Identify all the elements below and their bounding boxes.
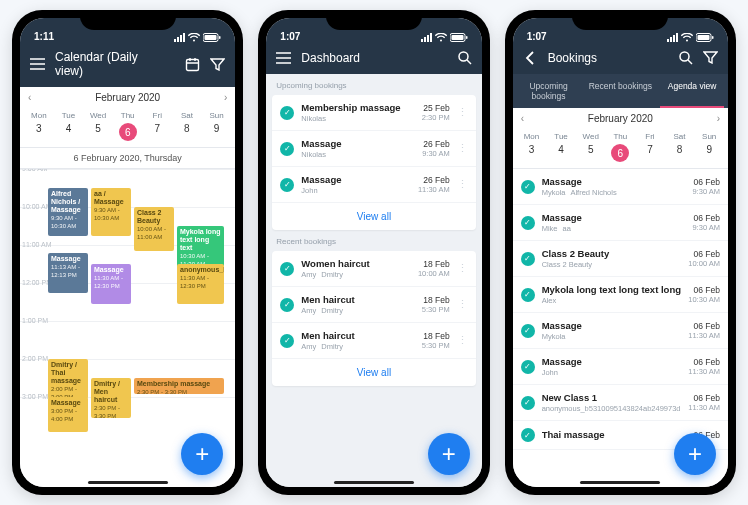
home-indicator: [334, 481, 414, 484]
svg-rect-9: [697, 35, 709, 40]
menu-icon[interactable]: [276, 50, 291, 65]
search-icon[interactable]: [678, 50, 693, 65]
booking-row[interactable]: ✓ MassageJohn 26 Feb11:30 AM ⋮: [272, 167, 475, 203]
filter-icon[interactable]: [210, 57, 225, 72]
battery-icon: [203, 33, 221, 42]
check-icon: ✓: [521, 428, 535, 442]
booking-row[interactable]: ✓MassageMikeaa06 Feb9:30 AM: [513, 205, 728, 241]
svg-rect-6: [466, 36, 468, 39]
month-label: February 2020: [588, 113, 653, 124]
more-icon[interactable]: ⋮: [457, 263, 468, 274]
view-all-link[interactable]: View all: [272, 359, 475, 386]
check-icon: ✓: [521, 396, 535, 410]
page-title: Dashboard: [301, 51, 360, 65]
prev-month-icon[interactable]: ‹: [28, 92, 31, 103]
calendar-event[interactable]: Massage11:30 AM - 12:30 PM: [91, 264, 131, 304]
menu-icon[interactable]: [30, 57, 45, 72]
signal-icon: [667, 33, 678, 42]
calendar-event[interactable]: Dmitry / Men haircut2:30 PM - 3:30 PM: [91, 378, 131, 418]
clock: 1:07: [527, 31, 547, 42]
battery-icon: [696, 33, 714, 42]
month-selector: ‹ February 2020 ›: [20, 87, 235, 108]
weekday-header: Mon3 Tue4 Wed5 Thu6 Fri7 Sat8 Sun9: [20, 108, 235, 148]
clock: 1:11: [34, 31, 54, 42]
back-icon[interactable]: [523, 50, 538, 65]
more-icon[interactable]: ⋮: [457, 143, 468, 154]
svg-rect-2: [219, 36, 221, 39]
svg-rect-10: [712, 36, 714, 39]
calendar-event[interactable]: Class 2 Beauty10:00 AM - 11:00 AM: [134, 207, 174, 251]
next-month-icon[interactable]: ›: [224, 92, 227, 103]
weekday-header: Mon3 Tue4 Wed5 Thu6 Fri7 Sat8 Sun9: [513, 129, 728, 169]
recent-card: ✓ Women haircutAmyDmitry 18 Feb10:00 AM …: [272, 251, 475, 386]
selected-date-label: 6 February 2020, Thursday: [20, 148, 235, 169]
prev-month-icon[interactable]: ‹: [521, 113, 524, 124]
home-indicator: [88, 481, 168, 484]
wifi-icon: [681, 33, 693, 42]
check-icon: ✓: [521, 180, 535, 194]
more-icon[interactable]: ⋮: [457, 107, 468, 118]
tab-upcoming[interactable]: Upcoming bookings: [513, 74, 585, 108]
phone-bookings: 1:07 Bookings Upcoming bookings Recent b…: [505, 10, 736, 495]
more-icon[interactable]: ⋮: [457, 179, 468, 190]
more-icon[interactable]: ⋮: [457, 299, 468, 310]
title-bar: Dashboard: [266, 44, 481, 74]
next-month-icon[interactable]: ›: [717, 113, 720, 124]
upcoming-card: ✓ Membership massageNikolas 25 Feb2:30 P…: [272, 95, 475, 230]
title-bar: Bookings: [513, 44, 728, 74]
signal-icon: [421, 33, 432, 42]
booking-row[interactable]: ✓ MassageNikolas 26 Feb9:30 AM ⋮: [272, 131, 475, 167]
phone-calendar: 1:11 Calendar (Daily view): [12, 10, 243, 495]
booking-row[interactable]: ✓MassageJohn06 Feb11:30 AM: [513, 349, 728, 385]
filter-icon[interactable]: [703, 50, 718, 65]
battery-icon: [450, 33, 468, 42]
svg-rect-1: [205, 35, 217, 40]
booking-row[interactable]: ✓MassageMykolaAlfred Nichols06 Feb9:30 A…: [513, 169, 728, 205]
wifi-icon: [435, 33, 447, 42]
calendar-event[interactable]: Massage3:00 PM - 4:00 PM: [48, 397, 88, 432]
calendar-event[interactable]: anonymous_b53100951411:30 AM - 12:30 PM: [177, 264, 224, 304]
booking-row[interactable]: ✓ Men haircutAmyDmitry 18 Feb5:30 PM ⋮: [272, 287, 475, 323]
booking-row[interactable]: ✓MassageMykola06 Feb11:30 AM: [513, 313, 728, 349]
add-button[interactable]: +: [428, 433, 470, 475]
calendar-event[interactable]: Membership massage 2:30 PM - 3:30 PM: [134, 378, 224, 394]
page-title: Calendar (Daily view): [55, 50, 165, 78]
booking-row[interactable]: ✓Class 2 BeautyClass 2 Beauty06 Feb10:00…: [513, 241, 728, 277]
booking-row[interactable]: ✓Mykola long text long text longAlex06 F…: [513, 277, 728, 313]
check-icon: ✓: [280, 178, 294, 192]
search-icon[interactable]: [457, 50, 472, 65]
section-label: Recent bookings: [266, 230, 481, 251]
check-icon: ✓: [521, 324, 535, 338]
title-bar: Calendar (Daily view): [20, 44, 235, 87]
calendar-event[interactable]: Dmitry / Thai massage2:00 PM - 3:00 PM: [48, 359, 88, 399]
tab-recent[interactable]: Recent bookings: [584, 74, 656, 108]
calendar-event[interactable]: aa / Massage9:30 AM - 10:30 AM: [91, 188, 131, 236]
check-icon: ✓: [280, 334, 294, 348]
more-icon[interactable]: ⋮: [457, 335, 468, 346]
booking-row[interactable]: ✓ Membership massageNikolas 25 Feb2:30 P…: [272, 95, 475, 131]
calendar-event[interactable]: Massage11:13 AM - 12:13 PM: [48, 253, 88, 293]
svg-rect-3: [187, 59, 199, 70]
check-icon: ✓: [280, 106, 294, 120]
check-icon: ✓: [280, 142, 294, 156]
booking-row[interactable]: ✓ Women haircutAmyDmitry 18 Feb10:00 AM …: [272, 251, 475, 287]
calendar-event[interactable]: Alfred Nichols / Massage9:30 AM - 10:30 …: [48, 188, 88, 236]
check-icon: ✓: [521, 360, 535, 374]
booking-row[interactable]: ✓ Men haircutAmyDmitry 18 Feb5:30 PM ⋮: [272, 323, 475, 359]
home-indicator: [580, 481, 660, 484]
month-selector: ‹ February 2020 ›: [513, 108, 728, 129]
today-icon[interactable]: [185, 57, 200, 72]
booking-row[interactable]: ✓New Class 1anonymous_b5310095143824ab24…: [513, 385, 728, 421]
phone-dashboard: 1:07 Dashboard Upcoming bookings ✓ Membe…: [258, 10, 489, 495]
check-icon: ✓: [280, 262, 294, 276]
tab-agenda[interactable]: Agenda view: [656, 74, 728, 108]
svg-point-7: [459, 52, 468, 61]
signal-icon: [174, 33, 185, 42]
check-icon: ✓: [280, 298, 294, 312]
check-icon: ✓: [521, 216, 535, 230]
tabs: Upcoming bookings Recent bookings Agenda…: [513, 74, 728, 108]
clock: 1:07: [280, 31, 300, 42]
month-label: February 2020: [95, 92, 160, 103]
add-button[interactable]: +: [674, 433, 716, 475]
view-all-link[interactable]: View all: [272, 203, 475, 230]
